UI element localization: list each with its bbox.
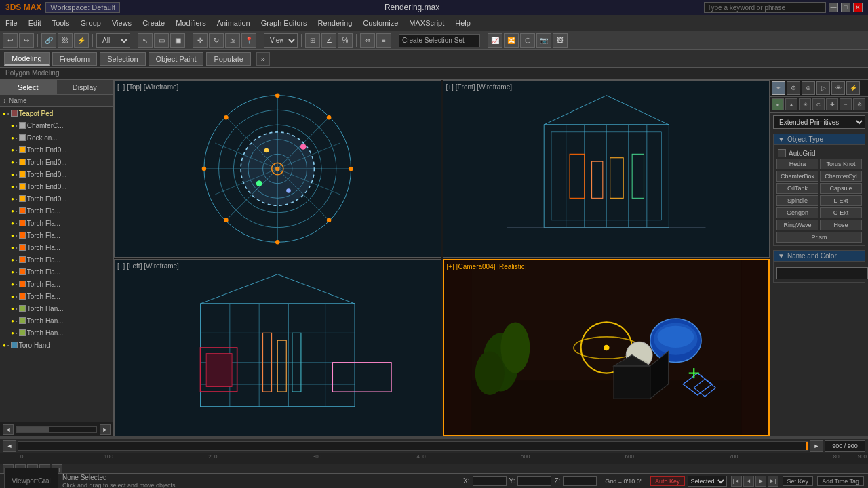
- z-input[interactable]: [563, 476, 597, 486]
- object-name-input[interactable]: [776, 267, 868, 279]
- auto-key-button[interactable]: Auto Key: [650, 476, 685, 486]
- tree-item-torch-end1[interactable]: ● • Torch End0...: [0, 144, 113, 156]
- tab-selection[interactable]: Selection: [100, 52, 145, 66]
- redo-button[interactable]: ↪: [19, 33, 34, 48]
- menu-animation[interactable]: Animation: [212, 15, 256, 30]
- rotate[interactable]: ↻: [209, 33, 224, 48]
- rpanel-subtab-systems[interactable]: ⚙: [853, 98, 865, 110]
- menu-customize[interactable]: Customize: [357, 15, 403, 30]
- tree-item-torch-flame5[interactable]: ● • Torch Fla...: [0, 266, 113, 278]
- auto-key-dropdown[interactable]: Selected: [688, 476, 727, 487]
- obj-btn-hedra[interactable]: Hedra: [776, 159, 818, 169]
- percent-snap[interactable]: %: [338, 33, 353, 48]
- selection-set-input[interactable]: [399, 34, 480, 47]
- tree-item-torch-hand1[interactable]: ● • Torch Han...: [0, 302, 113, 314]
- scale[interactable]: ⇲: [225, 33, 240, 48]
- close-button[interactable]: ✕: [853, 3, 863, 12]
- rpanel-subtab-geometry[interactable]: ●: [772, 98, 784, 110]
- tree-item-torch-end5[interactable]: ● • Torch End0...: [0, 192, 113, 205]
- tab-freeform[interactable]: Freeform: [52, 52, 98, 66]
- mirror[interactable]: ⇔: [360, 33, 375, 48]
- add-time-tag-button[interactable]: Add Time Tag: [817, 476, 864, 486]
- obj-btn-torus-knot[interactable]: Torus Knot: [820, 159, 862, 169]
- timeline-track[interactable]: [18, 441, 808, 451]
- key-ctrl2[interactable]: ◄: [743, 476, 754, 487]
- autogrid-checkbox[interactable]: [778, 149, 786, 157]
- key-ctrl4[interactable]: ►|: [768, 476, 778, 487]
- tree-scroll-left[interactable]: ◄: [3, 424, 14, 435]
- tree-item-torch-flame4[interactable]: ● • Torch Fla...: [0, 253, 113, 266]
- key-ctrl1[interactable]: |◄: [731, 476, 742, 487]
- select-button[interactable]: ↖: [138, 33, 153, 48]
- menu-graph-editors[interactable]: Graph Editors: [256, 15, 313, 30]
- rpanel-tab-utilities[interactable]: ⚡: [846, 81, 860, 95]
- undo-button[interactable]: ↩: [3, 33, 18, 48]
- keyword-search[interactable]: [704, 2, 826, 13]
- timeline-back-btn[interactable]: ◄: [3, 440, 16, 452]
- rpanel-subtab-lights[interactable]: ☀: [799, 98, 811, 110]
- menu-create[interactable]: Create: [137, 15, 170, 30]
- name-color-title[interactable]: ▼ Name and Color: [773, 250, 865, 262]
- set-key-button[interactable]: Set Key: [783, 476, 814, 486]
- menu-rendering[interactable]: Rendering: [313, 15, 358, 30]
- tree-item-torch-flame1[interactable]: ● • Torch Fla...: [0, 217, 113, 229]
- obj-btn-hose[interactable]: Hose: [820, 220, 862, 230]
- key-ctrl3[interactable]: ▶: [755, 476, 766, 487]
- filter-dropdown[interactable]: All: [96, 33, 130, 48]
- tab-populate[interactable]: Populate: [206, 52, 250, 66]
- material-editor[interactable]: ⬡: [520, 33, 535, 48]
- rpanel-subtab-cameras[interactable]: C: [812, 98, 825, 110]
- menu-edit[interactable]: Edit: [23, 15, 47, 30]
- tree-item-teapot-ped[interactable]: ● • Teapot Ped: [0, 107, 113, 119]
- menu-group[interactable]: Group: [75, 15, 106, 30]
- menu-tools[interactable]: Tools: [47, 15, 75, 30]
- tab-object-paint[interactable]: Object Paint: [149, 52, 204, 66]
- viewport-camera[interactable]: [+] [Camera004] [Realistic]: [443, 259, 770, 436]
- viewport-top[interactable]: [+] [Top] [Wireframe]: [114, 80, 441, 258]
- primitive-type-dropdown[interactable]: Extended Primitives: [773, 115, 865, 129]
- menu-views[interactable]: Views: [106, 15, 137, 30]
- tree-scrollbar[interactable]: [16, 426, 97, 433]
- workspace-selector[interactable]: Workspace: Default: [45, 2, 120, 13]
- render-frame[interactable]: 🖼: [553, 33, 568, 48]
- snap-toggle[interactable]: ⊞: [305, 33, 320, 48]
- tree-item-torch-end6[interactable]: ● • Torch Fla...: [0, 205, 113, 217]
- tree-item-torch-flame6[interactable]: ● • Torch Fla...: [0, 278, 113, 290]
- object-type-title[interactable]: ▼ Object Type: [773, 134, 865, 145]
- select-move[interactable]: ✛: [193, 33, 208, 48]
- tree-item-torch-flame3[interactable]: ● • Torch Fla...: [0, 241, 113, 253]
- rpanel-tab-hierarchy[interactable]: ⊕: [802, 81, 815, 95]
- tree-item-torch-hand3[interactable]: ● • Torch Han...: [0, 327, 113, 339]
- obj-btn-gengon[interactable]: Gengon: [776, 207, 818, 218]
- rpanel-tab-display[interactable]: 👁: [831, 81, 845, 95]
- obj-btn-spindle[interactable]: Spindle: [776, 195, 818, 206]
- angle-snap[interactable]: ∠: [321, 33, 336, 48]
- obj-btn-capsule[interactable]: Capsule: [820, 183, 862, 194]
- select-region2[interactable]: ▣: [170, 33, 185, 48]
- select-link[interactable]: 🔗: [41, 33, 56, 48]
- tree-scroll[interactable]: ● • Teapot Ped ● • ChamferC... ● • Rock …: [0, 107, 113, 416]
- tree-item-chamfer[interactable]: ● • ChamferC...: [0, 119, 113, 131]
- rpanel-tab-motion[interactable]: ▷: [816, 81, 830, 95]
- rpanel-tab-modify[interactable]: ⚙: [787, 81, 800, 95]
- rpanel-subtab-shapes[interactable]: ▲: [785, 98, 797, 110]
- obj-btn-chamferbox[interactable]: ChamferBox: [776, 171, 818, 182]
- viewport-front[interactable]: [+] [Front] [Wireframe]: [443, 80, 770, 258]
- schematic[interactable]: 🔀: [504, 33, 519, 48]
- bind-spacewarp[interactable]: ⚡: [74, 33, 89, 48]
- minimize-button[interactable]: —: [829, 3, 838, 12]
- y-input[interactable]: [517, 476, 551, 486]
- tree-item-toro-hand[interactable]: ● • Toro Hand: [0, 339, 113, 351]
- obj-btn-prism[interactable]: Prism: [776, 232, 862, 243]
- obj-btn-ringwave[interactable]: RingWave: [776, 220, 818, 230]
- x-input[interactable]: [473, 476, 507, 486]
- unlink[interactable]: ⛓: [58, 33, 73, 48]
- viewport-left[interactable]: [+] [Left] [Wireframe]: [114, 259, 441, 436]
- tree-item-torch-end2[interactable]: ● • Torch End0...: [0, 156, 113, 168]
- render-setup[interactable]: 📷: [536, 33, 551, 48]
- left-tab-select[interactable]: Select: [0, 80, 57, 94]
- obj-btn-chamfercyl[interactable]: ChamferCyl: [820, 171, 862, 182]
- timeline-forward-btn[interactable]: ►: [810, 440, 823, 452]
- menu-help[interactable]: Help: [450, 15, 476, 30]
- menu-modifiers[interactable]: Modifiers: [170, 15, 212, 30]
